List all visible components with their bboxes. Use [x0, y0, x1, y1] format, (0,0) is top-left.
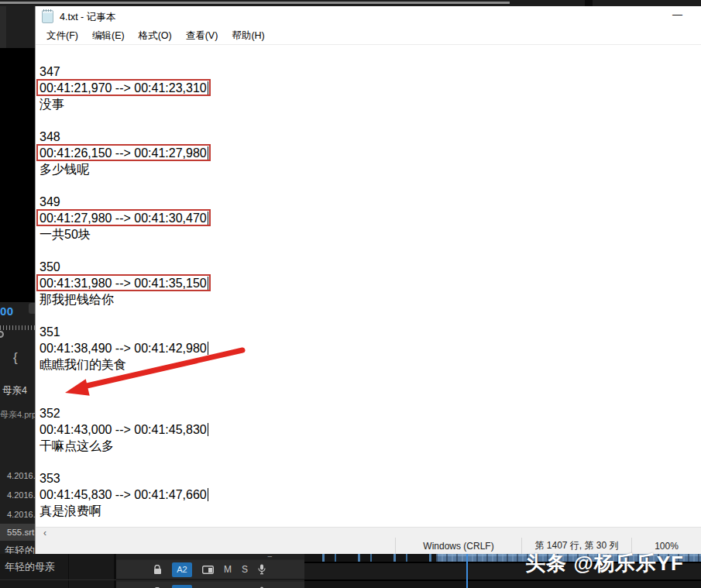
text-editor-area[interactable]: 347 00:41:21,970 --> 00:41:23,310 没事 348…: [36, 45, 701, 527]
subtitle-index: 349: [40, 194, 701, 210]
top-scrollbar[interactable]: [0, 0, 701, 6]
subtitle-text: 没事: [40, 96, 701, 112]
subtitle-text: 多少钱呢: [40, 161, 701, 177]
text-caret: [208, 211, 208, 225]
scrollbar-gap: [585, 0, 593, 6]
subtitle-text: 真是浪费啊: [40, 503, 701, 519]
subtitle-entry: 349 00:41:27,980 --> 00:41:30,470 一共50块: [40, 194, 701, 242]
subtitle-text: 瞧瞧我们的美食: [40, 356, 701, 373]
track-header-panel: – A2 M S A3: [116, 554, 304, 588]
notepad-window: 4.txt - 记事本 — 文件(F) 编辑(E) 格式(O) 查看(V) 帮助…: [35, 6, 701, 554]
text-caret: [208, 146, 208, 160]
solo-button[interactable]: S: [242, 564, 248, 575]
subtitle-entry: 352 00:41:43,000 --> 00:41:45,830 干嘛点这么多: [40, 405, 701, 454]
subtitle-entry: 351 00:41:38,490 --> 00:41:42,980 瞧瞧我们的美…: [40, 324, 701, 373]
editor-left-panel: 00 { 母亲4 母亲4.prp 4.2016.1 4.2016.1 4.201…: [0, 6, 35, 554]
subtitle-text: 干嘛点这么多: [40, 438, 701, 454]
row-divider: [0, 579, 116, 580]
track-target-badge[interactable]: A3: [172, 585, 192, 588]
text-caret: [208, 342, 208, 355]
menu-file[interactable]: 文件(F): [40, 29, 85, 43]
menu-edit[interactable]: 编辑(E): [85, 29, 132, 43]
status-line-ending: Windows (CRLF): [395, 538, 521, 554]
lane-divider: [304, 579, 701, 581]
track-header-a2: A2 M S: [116, 560, 304, 580]
zoom-slider-knob-icon[interactable]: [0, 331, 4, 338]
screen: 00 { 母亲4 母亲4.prp 4.2016.1 4.2016.1 4.201…: [0, 0, 701, 588]
window-title: 4.txt - 记事本: [60, 11, 115, 24]
project-file-tab[interactable]: 母亲4.prp: [0, 409, 36, 421]
microphone-icon[interactable]: [258, 564, 266, 575]
timecode-button[interactable]: [29, 303, 35, 314]
subtitle-index: 352: [40, 405, 701, 421]
bin-item-selected[interactable]: 555.srt: [0, 524, 35, 541]
subtitle-timecodes: 00:41:43,000 --> 00:41:45,830: [40, 421, 701, 438]
panel-divider: [68, 554, 69, 588]
subtitle-timecodes: 00:41:26,150 --> 00:41:27,980: [40, 145, 701, 161]
subtitle-timecodes: 00:41:27,980 --> 00:41:30,470: [40, 210, 701, 226]
playhead-line[interactable]: [466, 554, 468, 588]
subtitle-text: 一共50块: [40, 226, 701, 242]
subtitle-entry: 348 00:41:26,150 --> 00:41:27,980 多少钱呢: [40, 129, 701, 177]
mute-button[interactable]: M: [224, 564, 232, 575]
audio-waveform: [312, 554, 436, 562]
text-caret: [208, 81, 208, 95]
menu-format[interactable]: 格式(O): [132, 29, 179, 43]
lock-icon[interactable]: [153, 565, 162, 575]
scrollbar-thumb-icon[interactable]: [0, 2, 510, 4]
text-caret: [208, 277, 208, 290]
notepad-icon: [42, 10, 53, 23]
subtitle-index: 353: [40, 470, 701, 487]
menu-view[interactable]: 查看(V): [179, 29, 225, 43]
timecode-display: 00: [0, 304, 14, 318]
subtitle-entry: 347 00:41:21,970 --> 00:41:23,310 没事: [40, 64, 701, 112]
text-caret: [208, 488, 208, 501]
timeline-ruler: [0, 325, 35, 330]
notepad-titlebar[interactable]: 4.txt - 记事本 —: [36, 6, 701, 27]
scroll-left-arrow-icon[interactable]: ‹: [43, 528, 46, 538]
clip-item[interactable]: 年轻的母亲: [5, 560, 55, 574]
track-target-badge[interactable]: A2: [172, 562, 192, 577]
sequence-tab[interactable]: 母亲4: [2, 384, 27, 397]
subtitle-timecodes: 00:41:21,970 --> 00:41:23,310: [40, 80, 701, 96]
menu-help[interactable]: 帮助(H): [225, 29, 271, 43]
text-caret: [208, 423, 208, 436]
sync-lock-icon[interactable]: [202, 566, 214, 574]
subtitle-index: 351: [40, 324, 701, 340]
horizontal-scrollbar[interactable]: ‹: [36, 527, 701, 538]
subtitle-timecodes: 00:41:38,490 --> 00:41:42,980: [40, 340, 701, 356]
subtitle-entry: 353 00:41:45,830 --> 00:41:47,660 真是浪费啊: [40, 470, 701, 519]
bracket-icon: {: [13, 350, 18, 366]
subtitle-index: 347: [40, 64, 701, 80]
program-monitor: [0, 48, 35, 302]
subtitle-timecodes: 00:41:31,980 --> 00:41:35,150: [40, 275, 701, 291]
minimize-button[interactable]: —: [672, 9, 682, 20]
subtitle-text: 那我把钱给你: [40, 291, 701, 308]
subtitle-index: 348: [40, 129, 701, 145]
menu-bar: 文件(F) 编辑(E) 格式(O) 查看(V) 帮助(H): [36, 27, 701, 45]
track-header-a3: A3 M S: [116, 582, 304, 588]
collapsed-track: –: [116, 554, 304, 559]
subtitle-timecodes: 00:41:45,830 --> 00:41:47,660: [40, 487, 701, 503]
subtitle-index: 350: [40, 259, 701, 275]
watermark: 头条 @杨乐乐YF: [525, 550, 684, 577]
subtitle-entry: 350 00:41:31,980 --> 00:41:35,150 那我把钱给你: [40, 259, 701, 308]
